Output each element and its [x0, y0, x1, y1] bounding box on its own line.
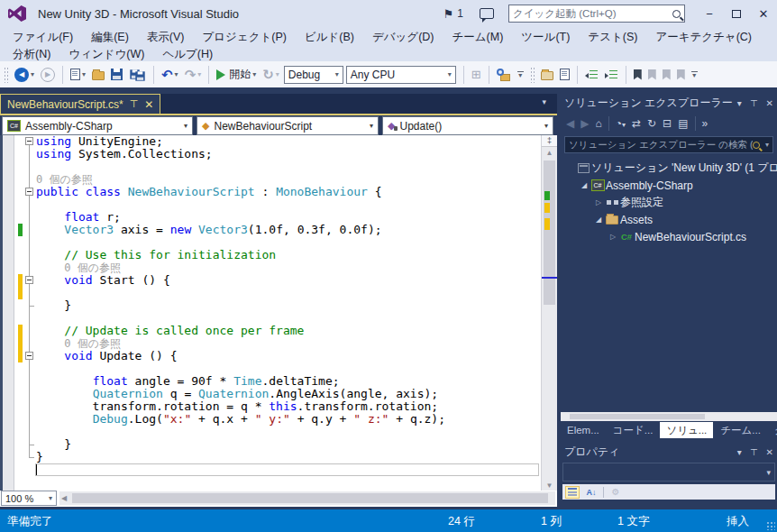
start-debug-button[interactable]: 開始 ▾	[215, 65, 258, 85]
code-line[interactable]: void Update () {	[14, 350, 541, 362]
solution-platforms-dropdown[interactable]: Any CPU▾	[346, 66, 456, 84]
scrollbar-track[interactable]	[542, 160, 557, 480]
pending-changes-filter-icon[interactable]: ◔▾	[616, 117, 626, 130]
code-line[interactable]: public class NewBehaviourScript : MonoBe…	[14, 186, 541, 198]
tool-window-tab[interactable]: コード...	[607, 422, 660, 438]
menu-item[interactable]: チーム(M)	[443, 30, 512, 45]
preview-selected-items-icon[interactable]: ▤	[678, 117, 688, 130]
menu-item[interactable]: 表示(V)	[138, 30, 194, 45]
code-line[interactable]: float r;	[14, 211, 541, 224]
horizontal-scrollbar[interactable]: ◀	[59, 491, 555, 505]
maximize-button[interactable]	[723, 3, 750, 24]
increase-indent-icon[interactable]	[603, 65, 620, 85]
toolbar-overflow-icon[interactable]: »	[702, 117, 708, 130]
resize-grip[interactable]	[766, 521, 775, 530]
close-button[interactable]: ✕	[750, 3, 777, 24]
code-line[interactable]: }	[14, 438, 541, 451]
project-dropdown[interactable]: C# Assembly-CSharp▾	[2, 116, 193, 135]
navigate-backward-button[interactable]: ◀▾	[13, 65, 36, 85]
uncomment-icon[interactable]	[539, 65, 555, 85]
code-line[interactable]: }	[14, 299, 541, 312]
tree-item[interactable]: ◢Assets	[561, 211, 777, 228]
menu-item[interactable]: ファイル(F)	[4, 30, 82, 45]
search-options-chevron-icon[interactable]: ▾	[765, 141, 769, 149]
refresh-icon[interactable]: ↻	[647, 117, 656, 130]
code-line[interactable]: // Use this for initialization	[14, 249, 541, 261]
splitter-handle[interactable]: ‡	[542, 135, 557, 147]
code-area[interactable]: using UnityEngine;using System.Collectio…	[14, 135, 541, 491]
menu-item[interactable]: ウィンドウ(W)	[59, 47, 153, 62]
save-all-button[interactable]	[127, 65, 148, 85]
collapse-box-icon[interactable]	[25, 188, 33, 196]
properties-title-bar[interactable]: プロパティ ▾ ⊤ ✕	[561, 442, 777, 462]
window-position-chevron-icon[interactable]: ▾	[737, 98, 742, 108]
comment-icon[interactable]	[558, 65, 571, 85]
menu-item[interactable]: アーキテクチャ(C)	[646, 30, 761, 45]
clear-bookmarks-icon[interactable]	[675, 65, 687, 85]
code-line[interactable]: // Update is called once per frame	[14, 325, 541, 337]
menu-item[interactable]: 編集(E)	[82, 30, 138, 45]
menu-item[interactable]: テスト(S)	[579, 30, 646, 45]
solution-configurations-dropdown[interactable]: Debug▾	[284, 66, 343, 84]
code-line[interactable]	[14, 161, 541, 173]
decrease-indent-icon[interactable]	[583, 65, 600, 85]
pin-icon[interactable]: ⊤	[130, 98, 139, 110]
restart-button[interactable]: ↻▾	[261, 65, 281, 85]
code-line[interactable]: using UnityEngine;	[14, 135, 541, 148]
toggle-bookmark-icon[interactable]	[632, 65, 644, 85]
code-line[interactable]	[14, 312, 541, 325]
alphabetical-icon[interactable]: A↓	[584, 486, 599, 499]
categorized-icon[interactable]	[565, 486, 580, 499]
code-editor[interactable]: using UnityEngine;using System.Collectio…	[0, 135, 557, 491]
expanded-arrow-icon[interactable]: ◢	[579, 181, 590, 189]
tree-item[interactable]: ◢C#Assembly-CSharp	[561, 177, 777, 194]
code-line[interactable]: void Start () {	[14, 274, 541, 287]
tool-window-tab[interactable]: ソリュ...	[660, 422, 713, 438]
code-line[interactable]: 0 個の参照	[14, 261, 541, 274]
home-icon[interactable]: ⌂	[595, 117, 601, 130]
save-button[interactable]	[109, 65, 124, 85]
properties-object-dropdown[interactable]: ▾	[562, 463, 775, 482]
pin-icon[interactable]: ⊤	[750, 98, 758, 108]
code-line[interactable]: 0 個の参照	[14, 337, 541, 350]
document-tab[interactable]: NewBehaviourScript.cs* ⊤ ✕	[0, 94, 160, 114]
attach-to-process-icon[interactable]: ⊞	[470, 65, 483, 85]
previous-bookmark-icon[interactable]	[646, 65, 658, 85]
window-position-chevron-icon[interactable]: ▾	[737, 447, 742, 457]
scroll-down-arrow[interactable]: ▼	[542, 482, 557, 490]
solution-explorer-horizontal-scrollbar[interactable]	[561, 412, 777, 421]
tree-item[interactable]: ソリューション 'New Unity 3D' (1 プロジェクト	[561, 160, 777, 177]
feedback-bubble-icon[interactable]	[480, 8, 494, 19]
tool-window-tab[interactable]: Elem...	[561, 422, 606, 438]
tool-window-tab[interactable]: チーム...	[714, 422, 767, 438]
tab-list-chevron-icon[interactable]: ▾	[542, 97, 546, 106]
property-pages-icon[interactable]: ⚙	[608, 486, 623, 499]
code-line[interactable]: Debug.Log("x:" + q.x + " y:" + q.y + " z…	[14, 413, 541, 426]
scroll-left-arrow[interactable]: ◀	[61, 494, 67, 502]
collapse-box-icon[interactable]	[25, 352, 33, 360]
vertical-scrollbar[interactable]: ‡ ▲ ▼	[541, 135, 557, 491]
pin-icon[interactable]: ⊤	[750, 447, 758, 457]
close-tab-icon[interactable]: ✕	[144, 98, 153, 111]
tool-window-tab[interactable]: クラス...	[768, 422, 777, 438]
find-in-files-icon[interactable]	[495, 65, 513, 85]
notifications-flag[interactable]: ⚑ 1	[443, 7, 463, 21]
next-bookmark-icon[interactable]	[661, 65, 672, 85]
undo-button[interactable]: ↶▾	[160, 65, 180, 85]
scrollbar-thumb[interactable]	[72, 493, 548, 503]
menu-item[interactable]: デバッグ(D)	[363, 30, 443, 45]
member-dropdown[interactable]: ◆ Update()▾	[382, 116, 553, 135]
tree-item[interactable]: ▷C#NewBehaviourScript.cs	[561, 228, 777, 245]
code-line[interactable]: using System.Collections;	[14, 148, 541, 161]
code-line[interactable]	[14, 236, 541, 249]
open-file-button[interactable]	[90, 65, 106, 85]
forward-icon[interactable]: ▶	[580, 117, 589, 130]
menu-item[interactable]: ビルド(B)	[296, 30, 363, 45]
code-line[interactable]	[14, 463, 541, 476]
minimize-button[interactable]: −	[696, 3, 723, 24]
expanded-arrow-icon[interactable]: ◢	[593, 216, 604, 224]
code-line[interactable]: }	[14, 451, 541, 463]
search-box[interactable]: ソリューション エクスプローラー の検索 (Ctrl+ ▾	[564, 136, 773, 153]
menu-item[interactable]: ツール(T)	[512, 30, 579, 45]
close-icon[interactable]: ✕	[766, 98, 773, 108]
